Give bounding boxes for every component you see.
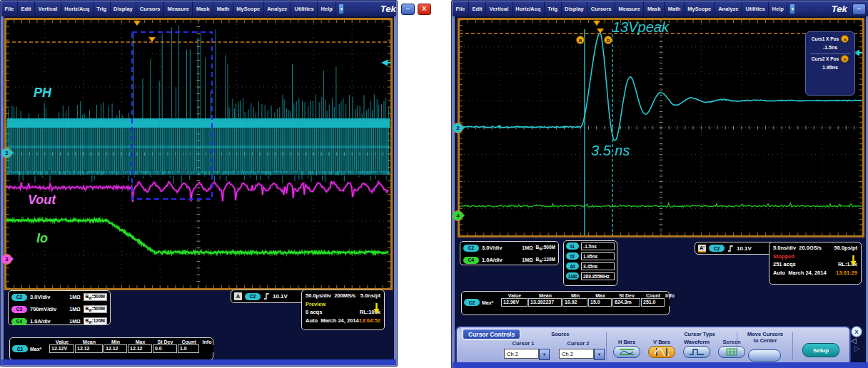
right-waveform-display: ab13Vpeak3.5 ns xyxy=(460,20,862,235)
channel-bandwidth: BW:500M xyxy=(536,245,555,251)
menu-analyze[interactable]: Analyze xyxy=(264,1,291,16)
menu-math[interactable]: Math xyxy=(213,1,233,16)
close-button[interactable]: X xyxy=(418,4,431,15)
meas-header: Max xyxy=(588,293,612,298)
trigger-source-badge[interactable]: C2 xyxy=(709,245,725,252)
channel2-marker[interactable]: 2 xyxy=(453,123,463,133)
menu-vertical[interactable]: Vertical xyxy=(486,1,513,16)
channel-scale: 700mV/div xyxy=(30,306,56,312)
cursor-badge-b[interactable]: b xyxy=(607,37,610,44)
menu-overflow-button[interactable]: ▼ xyxy=(338,4,344,14)
cursor1-source-dropdown[interactable]: Ch 2▼ xyxy=(504,349,550,360)
channel-badge[interactable]: C4 xyxy=(463,257,479,264)
menu-cursors[interactable]: Cursors xyxy=(587,1,615,16)
model-watermark: DPO7354 xyxy=(344,6,378,13)
channel-scale: 3.0V/div xyxy=(482,245,502,251)
channel-badge[interactable]: C2 xyxy=(463,245,479,252)
tek-logo: Tek xyxy=(380,4,396,14)
channel-readout-c4[interactable]: C41.0A/div1MΩBW:120M xyxy=(9,315,110,327)
meas-header: Min xyxy=(562,293,588,298)
menu-trig[interactable]: Trig xyxy=(94,1,111,16)
left-titlebar: FileEditVerticalHoriz/AcqTrigDisplayCurs… xyxy=(1,1,396,16)
menu-math[interactable]: Math xyxy=(665,1,685,16)
menu-cursors[interactable]: Cursors xyxy=(136,1,164,16)
channel-readout-c2[interactable]: C23.0V/div1MΩBW:500M xyxy=(9,291,110,303)
menu-measure[interactable]: Measure xyxy=(164,1,193,16)
menu-analyze[interactable]: Analyze xyxy=(715,1,742,16)
minimize-button[interactable]: – xyxy=(401,4,415,15)
channel-bandwidth: BW:500M xyxy=(84,305,107,313)
channel-bandwidth: BW:120M xyxy=(84,317,107,325)
cursor-pos-value: -1.5ns xyxy=(809,43,852,53)
right-bottom-strip xyxy=(453,362,868,368)
divider xyxy=(792,332,793,361)
channel4-marker[interactable]: 4 xyxy=(453,210,463,221)
cursor-type-buttons: H BarsV BarsWaveformScreen xyxy=(612,339,746,358)
menu-trig[interactable]: Trig xyxy=(545,1,562,16)
menu-utilities[interactable]: Utilities xyxy=(742,1,769,16)
channel-scale: 1.0A/div xyxy=(482,257,503,263)
menu-help[interactable]: Help xyxy=(318,1,336,16)
move-cursors-label: Move Cursorsto Center xyxy=(741,331,789,344)
cursor-type-hbars-button[interactable] xyxy=(613,346,640,358)
dropdown-arrow-icon: ▼ xyxy=(539,349,550,360)
menu-mask[interactable]: Mask xyxy=(193,1,213,16)
meas-channel-badge[interactable]: C2 xyxy=(464,299,480,306)
meas-cell: 10.92 xyxy=(562,298,587,307)
menu-file[interactable]: File xyxy=(1,1,18,16)
menu-measure[interactable]: Measure xyxy=(615,1,644,16)
cursor-type-waveform-button[interactable] xyxy=(683,346,710,358)
channel-bandwidth: BW:500M xyxy=(84,293,107,301)
meas-cell: 15.0 xyxy=(588,298,612,307)
cursor-type-name: V Bars xyxy=(653,339,670,345)
meas-channel-badge[interactable]: C2 xyxy=(12,345,28,352)
tek-logo: Tek xyxy=(832,4,847,14)
rising-edge-icon xyxy=(263,292,270,300)
menu-overflow-button[interactable]: ▼ xyxy=(789,4,795,14)
channel-impedance: 1MΩ xyxy=(522,245,533,250)
menu-edit[interactable]: Edit xyxy=(18,1,35,16)
left-timebase-readout: 50.0µs/div 200MS/s5.0ns/pt Preview 0 acq… xyxy=(301,290,385,330)
trigger-source-badge[interactable]: C2 xyxy=(245,293,261,300)
channel3-marker[interactable]: 3 xyxy=(1,254,12,265)
cursor-value-badge: t1 xyxy=(566,242,579,250)
right-scope-window: FileEditVerticalHoriz/AcqTrigDisplayCurs… xyxy=(451,0,868,368)
menu-horizacq[interactable]: Horiz/Acq xyxy=(61,1,94,16)
panel-grip[interactable]: ⠿ xyxy=(458,327,462,332)
annotation-peak: 13Vpeak xyxy=(612,20,670,35)
cursor2-source-dropdown[interactable]: Ch 2▼ xyxy=(559,349,605,360)
menu-utilities[interactable]: Utilities xyxy=(291,1,318,16)
channel-badge[interactable]: C3 xyxy=(11,306,27,313)
cursor-type-name: H Bars xyxy=(618,339,635,345)
panel-close-button[interactable]: X xyxy=(851,326,862,337)
cursor-badge-a[interactable]: a xyxy=(579,37,582,44)
menu-edit[interactable]: Edit xyxy=(469,1,486,16)
menu-horizacq[interactable]: Horiz/Acq xyxy=(513,1,545,16)
setup-button[interactable]: Setup xyxy=(802,343,839,357)
meas-cell xyxy=(200,345,213,352)
channel-readout-c2[interactable]: C23.0V/div1MΩBW:500M xyxy=(460,242,558,254)
menu-display[interactable]: Display xyxy=(111,1,137,16)
panel-prev-arrow[interactable]: ◁ xyxy=(851,337,857,344)
meas-header: Value xyxy=(501,293,528,298)
menu-file[interactable]: File xyxy=(453,1,469,16)
move-cursors-button[interactable] xyxy=(748,349,781,362)
channel-readout-c4[interactable]: C41.0A/div1MΩBW:120M xyxy=(460,254,558,266)
minimize-button[interactable]: – xyxy=(852,4,866,15)
menu-myscope[interactable]: MyScope xyxy=(233,1,264,16)
channel-readout-c3[interactable]: C3700mV/div1MΩBW:500M xyxy=(9,303,110,315)
channel-badge[interactable]: C2 xyxy=(11,294,27,301)
right-measurement-table: ValueMeanMinMaxSt DevCountInfoC2Max*12.9… xyxy=(461,291,670,315)
menu-help[interactable]: Help xyxy=(769,1,787,16)
channel-badge[interactable]: C4 xyxy=(11,318,27,325)
cursor-type-vbars-button[interactable] xyxy=(648,346,675,358)
right-timebase-readout: 5.0ns/div 20.0GS/s50.0ps/pt Stopped 251 … xyxy=(769,242,862,285)
channel2-marker[interactable]: 2 xyxy=(1,148,12,158)
menu-display[interactable]: Display xyxy=(562,1,588,16)
cursor-type-screen-button[interactable] xyxy=(718,346,745,358)
cursor-pos-label: Curs1 X Posa xyxy=(809,35,852,43)
menu-myscope[interactable]: MyScope xyxy=(685,1,715,16)
menu-mask[interactable]: Mask xyxy=(644,1,665,16)
cursor-value-row: t21.95ns xyxy=(564,251,617,261)
menu-vertical[interactable]: Vertical xyxy=(35,1,61,16)
